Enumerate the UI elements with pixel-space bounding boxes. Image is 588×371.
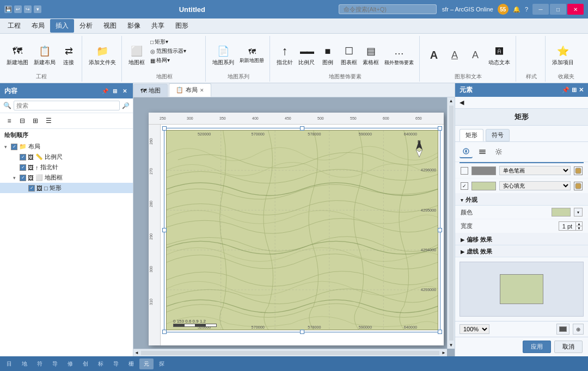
menu-item-buju[interactable]: 布局 (26, 19, 50, 33)
handle-tm[interactable] (300, 126, 304, 131)
btm-tab-dao2[interactable]: 导 (109, 358, 123, 369)
rp-paint-button[interactable] (460, 145, 473, 158)
hscroll-track[interactable] (141, 351, 439, 355)
legend-button[interactable]: ■ 图例 (318, 42, 338, 67)
color-value-swatch[interactable] (552, 208, 571, 217)
rp-tab-fuhao[interactable]: 符号 (486, 129, 510, 141)
command-search-input[interactable] (339, 4, 437, 14)
grid-button[interactable]: ▦ 格网▾ (148, 56, 188, 65)
chart-frame-button[interactable]: ☐ 图表框 (339, 42, 359, 67)
close-button[interactable]: ✕ (567, 4, 584, 15)
menu-item-tuxing[interactable]: 图形 (170, 19, 194, 33)
width-up-button[interactable]: ▲ (576, 222, 582, 226)
sidebar-search-go-icon[interactable]: 🔎 (122, 102, 130, 109)
cancel-button[interactable]: 取消 (554, 341, 583, 353)
layer-options-button[interactable]: ☰ (42, 115, 54, 126)
expand-buju-icon[interactable]: ▾ (4, 144, 11, 150)
expand-ditukuang-icon[interactable]: ▾ (13, 175, 20, 181)
collapse-all-button[interactable]: ⊟ (16, 115, 28, 126)
north-arrow-button[interactable]: ↑ 指北针 (274, 42, 295, 67)
extent-indicator-button[interactable]: ◎ 范围指示器▾ (148, 47, 188, 55)
notification-icon[interactable]: 🔔 (513, 6, 520, 13)
checkbox-buju[interactable]: ✓ (11, 144, 17, 150)
hscroll-left-button[interactable]: ◄ (133, 349, 140, 356)
rp-float-icon[interactable]: ⊞ (572, 86, 577, 94)
handle-tl[interactable] (162, 126, 167, 131)
stroke-color-swatch[interactable] (471, 166, 496, 175)
sidebar-search-input[interactable] (14, 101, 120, 110)
rect-button[interactable]: □ 矩形▾ (148, 38, 188, 46)
handle-bl[interactable] (162, 330, 167, 334)
undo-icon[interactable]: ↩ (14, 5, 22, 13)
btm-tab-biao[interactable]: 标 (94, 358, 108, 369)
rp-appearance-section[interactable]: ▾ 外观 (455, 194, 588, 206)
handle-br[interactable] (438, 330, 442, 334)
tree-item-juxing[interactable]: ✓ 🖼 □ 矩形 (0, 183, 133, 193)
btm-tab-fu[interactable]: 符 (33, 358, 47, 369)
zoom-reset-button[interactable]: ⊕ (573, 324, 584, 335)
map-tab-ditu[interactable]: 🗺 地图 (133, 84, 168, 97)
dynamic-text-button[interactable]: 🅰 动态文本 (486, 42, 512, 67)
scale-bar-button[interactable]: ▬▬ 比例尺 (296, 42, 317, 67)
handle-mr[interactable] (438, 228, 442, 232)
rp-tab-juxing[interactable]: 矩形 (460, 129, 483, 141)
btm-tab-chuang[interactable]: 创 (78, 358, 93, 369)
checkbox-bilicheng[interactable]: ✓ (20, 154, 26, 160)
fill-style-select[interactable]: 实心填充 (499, 181, 571, 190)
minimize-button[interactable]: ─ (532, 4, 549, 15)
rp-close-icon[interactable]: ✕ (579, 86, 584, 94)
more-icon[interactable]: ▾ (34, 5, 41, 13)
menu-item-shitu[interactable]: 视图 (98, 19, 122, 33)
handle-tr[interactable] (438, 126, 442, 131)
list-view-button[interactable]: ≡ (3, 115, 15, 126)
btm-tab-shan[interactable]: 栅 (124, 358, 138, 369)
tree-item-bilicheng[interactable]: ✓ 🖼 📏 比例尺 (0, 152, 133, 162)
width-spinner[interactable]: ▲ ▼ (575, 222, 582, 230)
float-sidebar-button[interactable]: ⊞ (111, 87, 119, 95)
stroke-style-select[interactable]: 单色笔画 (499, 166, 571, 175)
user-badge[interactable]: 55 (498, 4, 509, 15)
checkbox-ditukuang[interactable]: ✓ (20, 175, 26, 181)
rp-gear-button[interactable] (492, 145, 505, 158)
btm-tab-tan[interactable]: 探 (155, 358, 169, 369)
text-b-button[interactable]: A (445, 46, 464, 64)
menu-item-yingxiang[interactable]: 影像 (122, 19, 146, 33)
more-deco-button[interactable]: … 额外整饰要素 (382, 43, 416, 67)
rp-back-button[interactable]: ◀ (455, 97, 588, 109)
menu-item-gongcheng[interactable]: 工程 (2, 19, 26, 33)
table-frame-button[interactable]: ▤ 素格框 (360, 42, 381, 67)
zoom-select[interactable]: 100% 50% 200% (460, 324, 489, 334)
close-sidebar-button[interactable]: ✕ (121, 87, 128, 95)
tree-item-ditukuang[interactable]: ▾ ✓ 🖼 ⬜ 地图框 (0, 172, 133, 183)
width-down-button[interactable]: ▼ (576, 226, 582, 230)
new-layout-button[interactable]: 📋 新建布局 (32, 42, 58, 67)
apply-button[interactable]: 应用 (523, 341, 551, 353)
handle-bm[interactable] (300, 330, 304, 334)
add-item-button[interactable]: ⭐ 添加项目 (550, 42, 576, 67)
rp-layers-button[interactable] (476, 145, 489, 158)
tree-item-zhibeizhen[interactable]: ✓ 🖼 ↑ 指北针 (0, 162, 133, 172)
menu-item-fenxi[interactable]: 分析 (74, 19, 98, 33)
save-icon[interactable]: 💾 (4, 5, 12, 13)
connect-button[interactable]: ⇄ 连接 (59, 42, 78, 67)
fill-color-picker-button[interactable] (574, 182, 583, 190)
checkbox-juxing[interactable]: ✓ (28, 185, 35, 191)
color-dropdown-button[interactable]: ▾ (574, 208, 583, 217)
map-hscroll[interactable]: ◄ ► (133, 349, 447, 356)
handle-ml[interactable] (162, 228, 167, 232)
btm-tab-di[interactable]: 地 (17, 358, 32, 369)
map-canvas-area[interactable]: 250 300 350 400 450 500 550 600 650 260 … (133, 97, 455, 356)
redo-icon[interactable]: ↪ (24, 5, 32, 13)
rp-pin-icon[interactable]: 📌 (562, 86, 569, 94)
rp-dashes-section[interactable]: ▶ 虚线 效果 (455, 245, 588, 257)
new-map-button[interactable]: 🗺 新建地图 (4, 42, 30, 67)
stroke-checkbox[interactable] (461, 167, 468, 175)
help-icon[interactable]: ? (525, 6, 528, 13)
vscroll-up-button[interactable]: ▲ (448, 97, 455, 104)
expand-all-button[interactable]: ⊞ (29, 115, 41, 126)
btm-tab-dao1[interactable]: 导 (48, 358, 62, 369)
vscroll-down-button[interactable]: ▼ (448, 342, 455, 349)
vscroll-track[interactable] (449, 106, 454, 341)
maximize-button[interactable]: □ (550, 4, 566, 15)
pin-sidebar-button[interactable]: 📌 (101, 87, 109, 95)
